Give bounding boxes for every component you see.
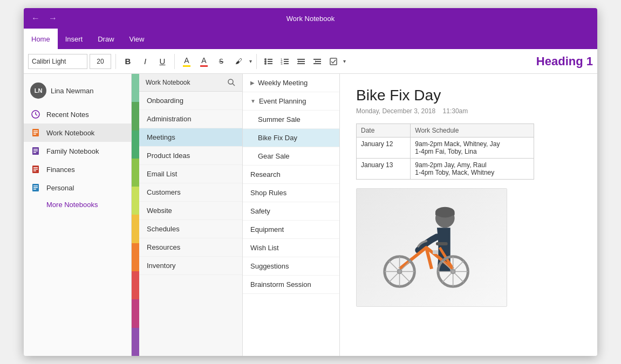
bullet-list-icon [264, 57, 274, 66]
bike-illustration [357, 189, 507, 306]
section-resources[interactable]: Resources [139, 238, 242, 257]
page-safety[interactable]: Safety [243, 202, 339, 221]
indent-decrease-button[interactable] [294, 54, 309, 69]
more-notebooks-link[interactable]: More Notebooks [24, 197, 131, 212]
section-administration[interactable]: Administration [139, 110, 242, 128]
menu-bar: Home Insert Draw View [24, 29, 597, 49]
page-label-bike: Bike Fix Day [258, 134, 297, 142]
search-icon[interactable] [227, 78, 236, 87]
color-tab-3[interactable] [132, 159, 139, 187]
section-schedules[interactable]: Schedules [139, 220, 242, 238]
svg-point-40 [228, 79, 233, 84]
highlight-button[interactable]: A [179, 54, 194, 69]
page-shop-rules[interactable]: Shop Rules [243, 184, 339, 202]
menu-view[interactable]: View [122, 29, 152, 49]
font-name-input[interactable] [28, 54, 87, 69]
sidebar-item-family[interactable]: Family Notebook [24, 142, 131, 160]
section-website[interactable]: Website [139, 202, 242, 220]
bullet-list-button[interactable] [261, 54, 276, 69]
page-gear-sale[interactable]: Gear Sale [243, 147, 339, 166]
page-brainstorm[interactable]: Brainstorm Session [243, 276, 339, 294]
color-tab-1[interactable] [132, 102, 139, 130]
numbered-list-button[interactable]: 1. 2. 3. [277, 54, 292, 69]
section-email-list[interactable]: Email List [139, 165, 242, 183]
page-label-safety: Safety [250, 207, 270, 215]
sidebar-item-finances[interactable]: Finances [24, 160, 131, 178]
sidebar-label-recent: Recent Notes [46, 111, 89, 119]
page-label-brainstorm: Brainstorm Session [250, 280, 311, 289]
bold-button[interactable]: B [120, 54, 135, 69]
sidebar-item-personal[interactable]: Personal [24, 178, 131, 197]
format-chevron[interactable]: ▾ [249, 58, 252, 64]
color-tab-8[interactable] [132, 299, 139, 327]
format-paint-icon: 🖌 [235, 57, 242, 65]
svg-point-0 [264, 58, 267, 60]
expand-icon-weekly: ▶ [250, 80, 255, 86]
sidebar-item-work[interactable]: Work Notebook [24, 123, 131, 142]
page-weekly-meeting[interactable]: ▶ Weekly Meeting [243, 74, 339, 92]
font-color-bar [200, 65, 208, 67]
color-tab-2[interactable] [132, 131, 139, 159]
indent-increase-button[interactable] [310, 54, 325, 69]
page-label-equipment: Equipment [250, 225, 284, 233]
svg-rect-59 [433, 250, 438, 254]
sidebar-item-recent[interactable]: Recent Notes [24, 105, 131, 123]
section-product-ideas[interactable]: Product Ideas [139, 147, 242, 165]
svg-rect-13 [299, 61, 305, 62]
page-summer-sale[interactable]: Summer Sale [243, 111, 339, 129]
color-tab-7[interactable] [132, 271, 139, 299]
sidebar-label-finances: Finances [46, 166, 75, 174]
format-paint-button[interactable]: 🖌 [231, 54, 246, 69]
font-size-input[interactable] [90, 54, 111, 69]
checkbox-button[interactable] [326, 54, 341, 69]
svg-rect-26 [33, 132, 38, 133]
underline-button[interactable]: U [155, 54, 170, 69]
forward-button[interactable]: → [46, 12, 59, 24]
section-panel: Work Notebook Onboarding Administration … [139, 74, 243, 356]
svg-rect-1 [268, 59, 272, 60]
clock-icon [30, 109, 41, 120]
notebook-blue-icon [30, 182, 41, 193]
section-customers[interactable]: Customers [139, 183, 242, 202]
svg-rect-20 [330, 58, 337, 65]
page-equipment[interactable]: Equipment [243, 221, 339, 239]
page-label-research: Research [250, 170, 281, 178]
title-bar-nav: ← → [29, 12, 59, 24]
svg-rect-45 [435, 212, 455, 216]
back-button[interactable]: ← [29, 12, 42, 24]
section-meetings[interactable]: Meetings [139, 128, 242, 147]
color-tab-6[interactable] [132, 243, 139, 271]
section-header: Work Notebook [139, 74, 242, 92]
section-inventory[interactable]: Inventory [139, 257, 242, 275]
page-event-planning[interactable]: ▼ Event Planning [243, 92, 339, 111]
color-tab-4[interactable] [132, 187, 139, 215]
notebook-orange-icon [30, 127, 41, 138]
strikethrough-button[interactable]: S̶ [214, 54, 229, 69]
menu-home[interactable]: Home [24, 29, 58, 49]
table-row: January 13 9am-2pm Jay, Amy, Raul 1-4pm … [357, 159, 534, 180]
table-row: January 12 9am-2pm Mack, Whitney, Jay 1-… [357, 138, 534, 159]
color-tab-0[interactable] [132, 74, 139, 102]
page-research[interactable]: Research [243, 166, 339, 184]
svg-line-23 [36, 114, 37, 115]
page-suggestions[interactable]: Suggestions [243, 257, 339, 276]
menu-draw[interactable]: Draw [90, 29, 121, 49]
list-chevron[interactable]: ▾ [343, 58, 346, 64]
user-profile[interactable]: LN Lina Newman [24, 78, 131, 103]
page-bike-fix-day[interactable]: Bike Fix Day [243, 129, 339, 147]
page-wish-list[interactable]: Wish List [243, 239, 339, 257]
table-cell-date-2: January 13 [357, 159, 411, 180]
font-color-button[interactable]: A [196, 54, 211, 69]
svg-rect-35 [33, 170, 36, 171]
color-tab-5[interactable] [132, 215, 139, 243]
svg-rect-5 [268, 63, 272, 64]
section-onboarding[interactable]: Onboarding [139, 92, 242, 110]
table-header-schedule: Work Schedule [411, 124, 534, 138]
color-tab-9[interactable] [132, 328, 139, 356]
italic-button[interactable]: I [138, 54, 153, 69]
list-buttons: 1. 2. 3. [261, 54, 346, 69]
app-window: ← → Work Notebook Home Insert Draw View … [24, 8, 597, 356]
page-label-suggestions: Suggestions [250, 262, 289, 270]
highlight-color-bar [183, 65, 190, 67]
menu-insert[interactable]: Insert [58, 29, 91, 49]
